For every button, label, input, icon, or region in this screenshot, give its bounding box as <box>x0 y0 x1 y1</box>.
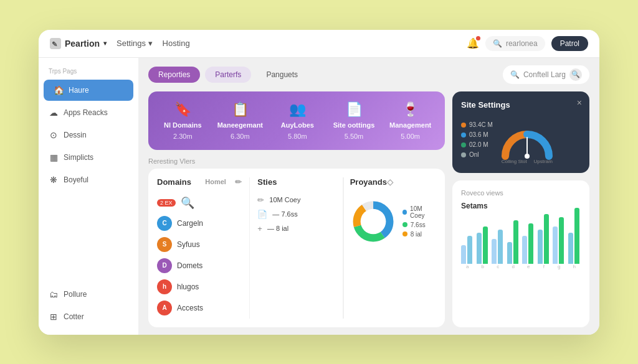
search-icon: 🔍 <box>493 39 502 48</box>
domain-name-cargeln: Cargeln <box>177 219 203 228</box>
brand-label: Peartion <box>65 39 100 49</box>
bottom-left-panel: Domains Homel ✏ 2 EX 🔍 C <box>148 169 445 327</box>
edit-icon[interactable]: ✏ <box>235 177 242 187</box>
stat-auylobes: 👥 AuyLobes 5.80m <box>275 101 320 140</box>
nav-settings[interactable]: Settings ▾ <box>117 39 153 48</box>
gauge-label-0: 93.4C M <box>469 121 493 128</box>
legend-dot-blue <box>402 210 407 215</box>
sidebar-item-cotter[interactable]: ⊞ Cotter <box>39 306 138 327</box>
subnav-search-placeholder: Conftell Larg <box>523 70 566 79</box>
legend-item-0: 93.4C M <box>461 121 493 128</box>
site-entry-3: + — 8 ial <box>257 222 342 236</box>
proyands-title: Proyands <box>350 177 387 187</box>
domain-badge-1: 2 EX <box>157 199 176 207</box>
gauge-legends: 93.4C M 03.6 M 02.0 M <box>461 121 493 158</box>
gauge-label-2: 02.0 M <box>469 141 488 148</box>
bar-6-1 <box>559 217 564 264</box>
sidebar-item-simplicts[interactable]: ▦ Simplicts <box>39 147 138 168</box>
stat-value-management1: 6.30m <box>231 133 250 140</box>
topbar: ✎ Peartion ▾ Settings ▾ Hosting 🔔 🔍 rear… <box>39 30 599 58</box>
sties-header: Sties <box>257 177 342 187</box>
bar-0-1 <box>467 236 472 264</box>
domain-entry-1: 2 EX 🔍 <box>157 193 242 213</box>
cotter-icon: ⊞ <box>49 312 59 322</box>
brand[interactable]: ✎ Peartion ▾ <box>50 38 107 49</box>
main-window: ✎ Peartion ▾ Settings ▾ Hosting 🔔 🔍 rear… <box>39 30 599 335</box>
bar-7-1 <box>574 208 579 264</box>
stat-label-management2: Management <box>389 121 431 129</box>
legend-item-2: 02.0 M <box>461 141 493 148</box>
sidebar-item-boyeful[interactable]: ❋ Boyeful <box>39 169 138 190</box>
stat-icon-site: 📄 <box>346 101 363 118</box>
topbar-right: 🔔 🔍 rearlonea Patrol <box>467 36 588 51</box>
domain-search-icon: 🔍 <box>181 196 194 210</box>
site-entry-2: 📄 — 7.6ss <box>257 207 342 222</box>
proyands-header: Proyands ◇ <box>350 177 393 187</box>
bar-7-0 <box>568 233 573 264</box>
tab-reporties[interactable]: Reporties <box>148 67 200 83</box>
stat-label-management1: Maneegemant <box>217 121 263 129</box>
bottom-grid: Domains Homel ✏ 2 EX 🔍 C <box>157 177 436 319</box>
brand-circle-syfuus: S <box>157 237 172 252</box>
domain-name-domets: Domets <box>177 261 202 270</box>
subnav-search-icon: 🔍 <box>510 70 520 79</box>
bar-group-4 <box>522 223 535 264</box>
sidebar-item-pollure[interactable]: 🗂 Pollure <box>39 284 138 305</box>
stat-label-nl-domains: Nl Domains <box>164 121 202 129</box>
bars-row <box>461 214 581 264</box>
legend-item-1: 03.6 M <box>461 131 493 138</box>
gauge-sublabel-1: Upstram <box>534 159 553 164</box>
domains-homel-label: Homel <box>205 178 226 185</box>
topbar-search: 🔍 rearlonea <box>485 36 545 51</box>
bar-5-0 <box>538 230 543 264</box>
site-settings-panel: Site Settings × 93.4C M 03.6 M <box>452 91 589 173</box>
proyands-icon: ◇ <box>387 177 393 187</box>
bar-group-6 <box>553 217 566 264</box>
brand-circle-domets: D <box>157 258 172 273</box>
bar-6-0 <box>553 226 558 264</box>
site-label-2: — 7.6ss <box>272 210 297 218</box>
bar-2-0 <box>492 239 497 264</box>
site-label-3: — 8 ial <box>267 225 288 232</box>
stat-site-oottings: 📄 Site oottings 5.50m <box>332 101 376 140</box>
stat-value-nl-domains: 2.30m <box>173 133 193 140</box>
tab-parterfs[interactable]: Parterfs <box>205 67 251 83</box>
svg-point-9 <box>525 154 530 159</box>
close-button[interactable]: × <box>577 98 582 108</box>
sidebar-item-app-racks[interactable]: ☁ Apps Reacks <box>39 102 138 123</box>
nav-hosting[interactable]: Hosting <box>163 39 190 48</box>
left-col: 🔖 Nl Domains 2.30m 📋 Maneegemant 6.30m 👥… <box>148 91 445 327</box>
stat-icon-auylobes: 👥 <box>289 101 306 118</box>
sidebar-item-boyeful-label: Boyeful <box>64 175 88 184</box>
bar-chart-panel: Roveco views Setams <box>452 180 589 327</box>
bar-4-1 <box>528 223 533 264</box>
legend-dot-orange <box>402 231 407 236</box>
bar-label-3: d <box>507 264 520 269</box>
bar-label-5: f <box>538 264 551 269</box>
stat-nl-domains: 🔖 Nl Domains 2.30m <box>161 101 205 140</box>
notification-icon[interactable]: 🔔 <box>467 37 479 49</box>
patrol-button[interactable]: Patrol <box>551 36 588 51</box>
sidebar: Trps Pags 🏠 Haure ☁ Apps Reacks ⊙ Dessin… <box>39 58 138 335</box>
sidebar-item-simplicts-label: Simplicts <box>64 153 93 162</box>
bar-label-0: a <box>461 264 474 269</box>
bar-group-7 <box>568 208 581 264</box>
tab-panguets[interactable]: Panguets <box>256 67 308 83</box>
subnav-search-btn[interactable]: 🔍 <box>569 68 582 81</box>
gauge-label-3: Onl <box>469 151 479 158</box>
stats-banner: 🔖 Nl Domains 2.30m 📋 Maneegemant 6.30m 👥… <box>148 91 445 150</box>
legend-item-3: Onl <box>461 151 493 158</box>
sidebar-item-home-label: Haure <box>69 86 89 95</box>
stat-label-auylobes: AuyLobes <box>281 121 314 129</box>
sidebar-item-home[interactable]: 🏠 Haure <box>44 80 133 101</box>
main-layout: Trps Pags 🏠 Haure ☁ Apps Reacks ⊙ Dessin… <box>39 58 599 335</box>
pollure-icon: 🗂 <box>49 289 59 299</box>
sidebar-item-design[interactable]: ⊙ Dessin <box>39 124 138 146</box>
topbar-search-text: rearlonea <box>506 39 538 48</box>
bar-1-1 <box>483 226 488 264</box>
legend-green: 7.6ss <box>402 222 436 228</box>
legend-dot-green <box>402 222 407 227</box>
bar-2-1 <box>498 230 503 264</box>
brand-circle-hlugos: h <box>157 279 172 294</box>
subnav-search[interactable]: 🔍 Conftell Larg 🔍 <box>503 65 589 84</box>
